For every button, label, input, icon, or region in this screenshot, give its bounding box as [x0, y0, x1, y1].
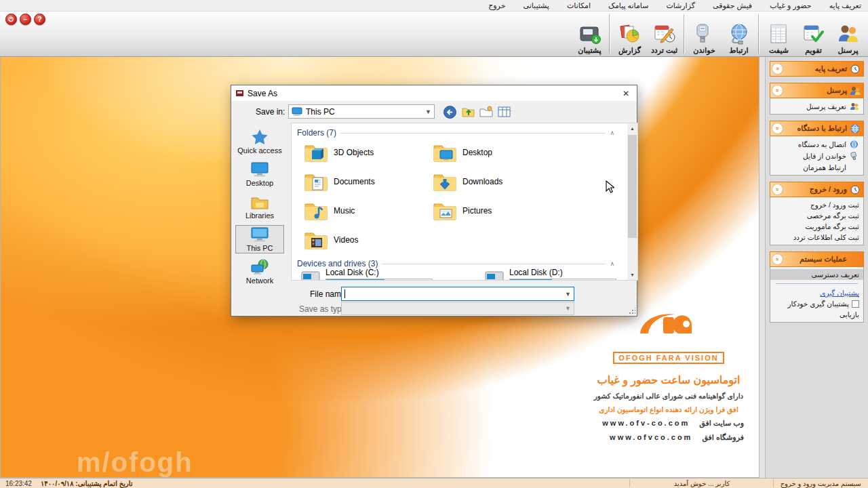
file-name-input[interactable]: ▼: [341, 287, 574, 301]
chevron-up-icon[interactable]: »: [772, 123, 783, 134]
place-network[interactable]: Network: [235, 258, 284, 286]
folder-icon: [304, 230, 328, 250]
toolbar-personnel[interactable]: پرسنل: [831, 12, 865, 56]
chevron-up-icon[interactable]: »: [772, 85, 783, 96]
sidebar-item-record-entry-exit[interactable]: ثبت ورود / خروج: [770, 199, 863, 210]
toolbar-label: تقویم: [805, 46, 822, 55]
link-icon: [849, 163, 859, 171]
website-url[interactable]: www.ofv-co.com: [602, 419, 690, 428]
sidebar-item-bulk-traffic[interactable]: ثبت کلی اطلاعات تردد: [770, 232, 863, 243]
toolbar-report[interactable]: گزارش: [612, 12, 647, 56]
scroll-up-icon[interactable]: ▲: [627, 123, 637, 134]
menu-item-reports[interactable]: گزارشات: [666, 1, 695, 10]
place-quick-access[interactable]: Quick access: [235, 127, 284, 155]
chevron-down-icon: ▼: [565, 305, 571, 312]
chevron-down-icon[interactable]: ▼: [565, 291, 571, 298]
place-libraries[interactable]: Libraries: [235, 192, 284, 220]
folder-item-desktop[interactable]: Desktop: [433, 142, 555, 163]
globe-icon: [849, 123, 861, 134]
folder-icon: [304, 201, 328, 221]
place-desktop[interactable]: Desktop: [235, 160, 284, 188]
power-button[interactable]: ⏻: [5, 14, 17, 25]
panel-header[interactable]: عملیات سیستم »: [770, 251, 864, 267]
sidebar-item-label: خواندن از فایل: [803, 152, 846, 160]
people-icon: [849, 85, 861, 96]
save-as-type-combobox[interactable]: ▼: [341, 302, 574, 315]
folder-item-pictures[interactable]: Pictures: [433, 201, 555, 221]
folder-label: Downloads: [462, 177, 502, 186]
collapse-group-icon[interactable]: ∧: [610, 260, 614, 267]
place-label: Network: [246, 277, 273, 285]
sidebar-item-leave-form[interactable]: ثبت برگه مرخصی: [770, 210, 863, 221]
menu-item-support[interactable]: پشتیبانی: [524, 1, 549, 10]
toolbar-record-traffic[interactable]: ثبت تردد: [647, 12, 682, 56]
sidebar-item-backup[interactable]: پشتیبان گیری: [770, 287, 863, 298]
sidebar-item-connect-device[interactable]: اتصال به دستگاه: [770, 138, 863, 150]
panel-header[interactable]: ارتباط با دستگاه »: [770, 121, 864, 136]
folder-item-documents[interactable]: Documents: [304, 171, 426, 192]
menu-item-attendance[interactable]: حضور و غیاب: [770, 1, 812, 10]
scrollbar-thumb[interactable]: [628, 135, 637, 238]
toolbar-shift[interactable]: شیفت: [762, 12, 796, 56]
folder-icon: [304, 171, 328, 192]
backup-link[interactable]: پشتیبان گیری: [820, 289, 859, 297]
menu-item-payslip[interactable]: فیش حقوقی: [713, 1, 752, 10]
chevron-up-icon[interactable]: »: [772, 184, 783, 195]
panel-header[interactable]: پرسنل »: [770, 83, 864, 98]
group-label: Folders (7): [297, 128, 336, 138]
shop-url[interactable]: www.ofvco.com: [610, 433, 692, 442]
toolbar-calendar[interactable]: تقویم: [796, 12, 831, 56]
close-icon[interactable]: ✕: [615, 85, 637, 101]
group-header-folders[interactable]: Folders (7) ∧: [297, 127, 614, 138]
toolbar-connection[interactable]: ارتباط: [722, 12, 756, 56]
folder-item-videos[interactable]: Videos: [304, 230, 426, 250]
sidebar-panel-personnel: پرسنل » تعریف پرسنل: [770, 83, 864, 115]
save-in-combobox[interactable]: This PC ▼: [288, 104, 435, 119]
personnel-icon: [836, 22, 861, 46]
panel-header[interactable]: تعریف پایه »: [770, 61, 864, 77]
panel-title: تعریف پایه: [815, 64, 847, 73]
panel-header[interactable]: ورود / خروج »: [770, 182, 864, 197]
chevron-down-icon[interactable]: »: [772, 64, 783, 74]
auto-backup-checkbox[interactable]: [852, 300, 859, 308]
sidebar-item-define-personnel[interactable]: تعریف پرسنل: [770, 100, 863, 112]
sidebar-item-label: ثبت کلی اطلاعات تردد: [793, 233, 859, 241]
sidebar-item-auto-backup[interactable]: پشتیبان گیری خودکار: [770, 298, 863, 309]
menu-item-features[interactable]: امکانات: [567, 1, 591, 10]
menu-item-sms-system[interactable]: سامانه پیامک: [608, 1, 648, 10]
new-folder-button[interactable]: [479, 105, 493, 119]
folder-item-downloads[interactable]: Downloads: [433, 171, 555, 192]
help-button[interactable]: ?: [34, 14, 45, 25]
sidebar-item-define-access[interactable]: تعریف دسترسی: [770, 269, 863, 280]
drive-label: Local Disk (D:): [509, 268, 563, 277]
back-button[interactable]: [443, 105, 456, 119]
mouse-cursor: [606, 180, 614, 194]
scroll-down-icon[interactable]: ▼: [627, 270, 637, 280]
sidebar-panel-system-operations: عملیات سیستم » تعریف دسترسی پشتیبان گیری…: [770, 251, 864, 323]
sidebar-item-restore[interactable]: بازیابی: [770, 309, 863, 320]
sidebar-item-label: ثبت ورود / خروج: [810, 201, 859, 209]
panel-title: پرسنل: [827, 86, 847, 95]
toolbar-read[interactable]: خواندن: [687, 12, 722, 56]
folder-item-music[interactable]: Music: [304, 201, 426, 221]
chevron-up-icon[interactable]: »: [772, 254, 783, 264]
sidebar-item-mission-form[interactable]: ثبت برگه ماموریت: [770, 221, 863, 232]
place-this-pc[interactable]: This PC: [235, 225, 284, 253]
folder-icon: [433, 142, 457, 163]
menu-item-basic-definition[interactable]: تعریف پایه: [829, 1, 861, 10]
sidebar-item-read-from-file[interactable]: خواندن از فایل: [770, 150, 863, 161]
resize-grip[interactable]: [629, 308, 635, 314]
report-icon: [618, 22, 642, 46]
folder-item-3d-objects[interactable]: 3D Objects: [304, 142, 426, 163]
status-separator: [773, 479, 774, 487]
menu-item-exit[interactable]: خروج: [488, 1, 505, 10]
vertical-scrollbar[interactable]: ▲ ▼: [627, 123, 637, 280]
sidebar-item-simultaneous-connection[interactable]: ارتباط همزمان: [770, 161, 863, 173]
collapse-group-icon[interactable]: ∧: [610, 129, 614, 136]
toolbar-backup[interactable]: پشتیبان: [572, 12, 607, 56]
dialog-title-bar[interactable]: Save As ✕: [231, 85, 637, 101]
clock-icon: [849, 64, 861, 75]
view-menu-button[interactable]: [498, 105, 511, 119]
up-one-level-button[interactable]: [461, 105, 475, 119]
minimize-button[interactable]: –: [20, 14, 31, 25]
